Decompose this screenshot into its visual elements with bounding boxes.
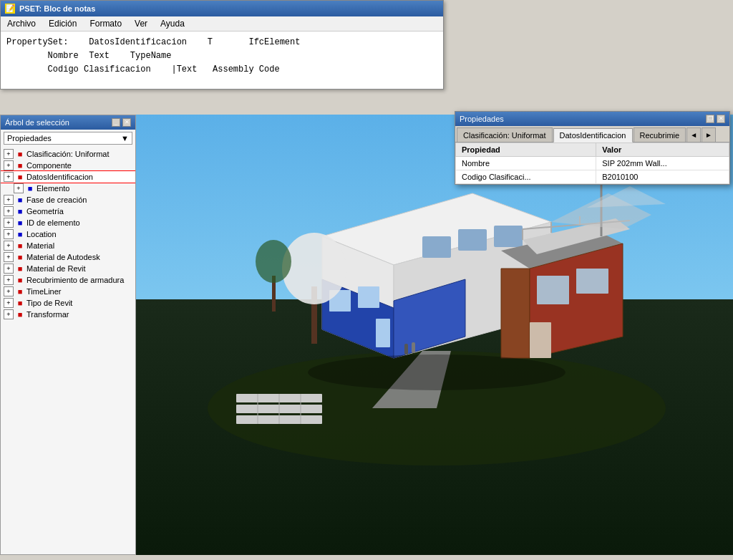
item-label: Transformar <box>26 310 69 319</box>
svg-marker-40 <box>587 186 666 208</box>
list-item[interactable]: + ■ Location <box>1 228 135 240</box>
notepad-menubar: Archivo Edición Formato Ver Ayuda <box>1 16 443 32</box>
tab-recubrimiento[interactable]: Recubrimie <box>634 127 686 142</box>
props-tabs-bar: Clasificación: Uniformat DatosIdentifica… <box>455 126 729 143</box>
tab-datos-identificacion[interactable]: DatosIdentificacion <box>553 128 633 143</box>
tree-close-btn[interactable]: ✕ <box>122 118 131 127</box>
svg-rect-23 <box>576 269 608 294</box>
props-col-header-value: Valor <box>596 143 729 157</box>
expand-icon[interactable]: + <box>4 275 14 285</box>
tree-panel: Árbol de selección _ ✕ Propiedades ▼ + ■… <box>0 115 136 555</box>
menu-ver[interactable]: Ver <box>132 18 150 29</box>
expand-icon[interactable]: + <box>4 252 14 262</box>
props-win-controls: ❐ ✕ <box>706 115 725 123</box>
menu-edicion[interactable]: Edición <box>47 18 79 29</box>
notepad-titlebar: 📝 PSET: Bloc de notas <box>1 1 443 16</box>
table-row: Codigo Clasificaci... B2010100 <box>456 170 729 184</box>
item-icon: ■ <box>15 264 25 274</box>
item-icon: ■ <box>15 286 25 296</box>
svg-rect-36 <box>404 344 408 354</box>
list-item[interactable]: + ■ Transformar <box>1 309 135 320</box>
item-label: Clasificación: Uniformat <box>26 150 110 158</box>
svg-rect-15 <box>494 226 523 247</box>
tree-minimize-btn[interactable]: _ <box>112 118 120 127</box>
item-label: Material de Revit <box>26 264 86 273</box>
list-item[interactable]: + ■ Componente <box>1 160 135 171</box>
svg-point-33 <box>282 233 346 304</box>
tree-dropdown[interactable]: Propiedades ▼ <box>4 132 132 145</box>
expand-icon[interactable]: + <box>4 149 14 159</box>
expand-icon[interactable]: + <box>4 160 14 170</box>
expand-icon[interactable]: + <box>14 183 24 193</box>
prop-name-1: Nombre <box>456 157 596 170</box>
item-icon: ■ <box>15 309 25 319</box>
list-item[interactable]: + ■ Fase de creación <box>1 194 135 206</box>
props-titlebar: Propiedades ❐ ✕ <box>455 112 729 126</box>
props-tab-nav-left[interactable]: ◄ <box>686 127 701 142</box>
props-col-header-property: Propiedad <box>456 143 596 157</box>
svg-marker-20 <box>501 269 530 358</box>
tree-dropdown-label: Propiedades <box>7 134 52 143</box>
item-icon: ■ <box>15 298 25 308</box>
props-restore-btn[interactable]: ❐ <box>706 115 714 123</box>
list-item-highlighted[interactable]: + ■ DatosIdentificacion <box>1 171 135 183</box>
prop-value-2: B2010100 <box>596 170 729 184</box>
list-item[interactable]: + ■ Material <box>1 240 135 251</box>
item-icon: ■ <box>15 229 25 239</box>
item-label: ID de elemento <box>26 218 80 227</box>
menu-formato[interactable]: Formato <box>87 18 124 29</box>
item-icon: ■ <box>15 241 25 251</box>
props-title: Propiedades <box>460 115 504 123</box>
svg-rect-22 <box>537 276 569 304</box>
item-label: Fase de creación <box>26 195 87 204</box>
prop-name-2: Codigo Clasificaci... <box>456 170 596 184</box>
expand-icon[interactable]: + <box>4 286 14 296</box>
table-row: Nombre SIP 202mm Wall... <box>456 157 729 170</box>
item-icon: ■ <box>15 172 25 182</box>
item-label: Location <box>26 230 57 238</box>
item-label: TimeLiner <box>26 287 62 296</box>
item-icon: ■ <box>15 160 25 170</box>
list-item[interactable]: + ■ Geometría <box>1 206 135 217</box>
item-icon: ■ <box>15 206 25 216</box>
expand-icon[interactable]: + <box>4 241 14 251</box>
expand-icon[interactable]: + <box>4 264 14 274</box>
svg-rect-37 <box>412 342 415 353</box>
props-table: Propiedad Valor Nombre SIP 202mm Wall...… <box>455 143 729 184</box>
list-item[interactable]: + ■ Material de Autodesk <box>1 251 135 263</box>
props-close-btn[interactable]: ✕ <box>717 115 725 123</box>
menu-ayuda[interactable]: Ayuda <box>158 18 187 29</box>
list-item[interactable]: + ■ Recubrimiento de armadura <box>1 274 135 286</box>
tree-panel-titlebar: Árbol de selección _ ✕ <box>1 115 135 130</box>
item-label: Recubrimiento de armadura <box>26 276 124 284</box>
item-icon: ■ <box>15 275 25 285</box>
list-item[interactable]: + ■ Tipo de Revit <box>1 297 135 309</box>
list-item[interactable]: + ■ Elemento <box>1 183 135 194</box>
list-item[interactable]: + ■ ID de elemento <box>1 217 135 228</box>
item-icon: ■ <box>15 195 25 205</box>
svg-point-38 <box>308 354 565 390</box>
expand-icon[interactable]: + <box>4 309 14 319</box>
svg-rect-17 <box>358 286 379 308</box>
notepad-icon: 📝 <box>5 4 15 14</box>
expand-icon[interactable]: + <box>4 172 14 182</box>
svg-rect-13 <box>422 236 451 258</box>
tab-clasificacion[interactable]: Clasificación: Uniformat <box>457 127 553 142</box>
item-icon: ■ <box>25 183 35 193</box>
item-icon: ■ <box>15 252 25 262</box>
expand-icon[interactable]: + <box>4 229 14 239</box>
list-item[interactable]: + ■ TimeLiner <box>1 286 135 297</box>
tree-win-controls: _ ✕ <box>112 118 131 127</box>
menu-archivo[interactable]: Archivo <box>5 18 38 29</box>
expand-icon[interactable]: + <box>4 195 14 205</box>
properties-panel: Propiedades ❐ ✕ Clasificación: Uniformat… <box>455 111 730 185</box>
expand-icon[interactable]: + <box>4 218 14 228</box>
expand-icon[interactable]: + <box>4 206 14 216</box>
list-item[interactable]: + ■ Clasificación: Uniformat <box>1 148 135 160</box>
notepad-content[interactable]: PropertySet: DatosIdentificacion T IfcEl… <box>1 32 443 89</box>
list-item[interactable]: + ■ Material de Revit <box>1 263 135 274</box>
item-label: Tipo de Revit <box>26 299 72 307</box>
svg-point-35 <box>256 240 291 283</box>
expand-icon[interactable]: + <box>4 298 14 308</box>
props-tab-nav-right[interactable]: ► <box>702 127 716 142</box>
